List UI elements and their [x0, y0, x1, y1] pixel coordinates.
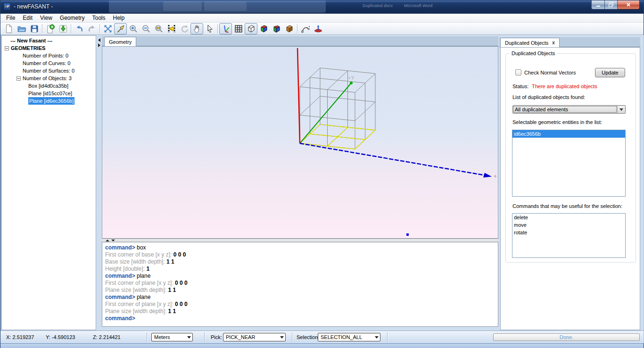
toolbar: [0, 23, 644, 35]
redo-button[interactable]: [85, 23, 98, 34]
duplicated-elements-dropdown[interactable]: All duplicated elements: [512, 105, 626, 114]
selection-dropdown[interactable]: SELECTION_ALL: [318, 333, 380, 341]
view-solid-rgb-button[interactable]: [257, 23, 270, 34]
view-solid-textured-button[interactable]: [283, 23, 296, 34]
splitter-up-icon[interactable]: [106, 240, 109, 241]
menu-edit[interactable]: Edit: [19, 14, 36, 22]
duplicated-list-label: List of duplicated objects found:: [512, 94, 585, 100]
entities-list[interactable]: id6ec3656b: [512, 130, 626, 197]
left-panel-splitter[interactable]: [97, 35, 102, 330]
axes-icon: [221, 24, 231, 33]
tab-duplicated-objects[interactable]: Duplicated Objects x: [500, 38, 560, 47]
menu-help[interactable]: Help: [109, 14, 129, 22]
viewport-canvas[interactable]: +Y +: [102, 47, 498, 238]
minimize-button[interactable]: [591, 0, 605, 9]
console-prompt-line: command>: [105, 315, 498, 322]
undo-icon: [74, 24, 84, 33]
check-normal-vectors-checkbox[interactable]: [515, 69, 521, 75]
console-line: First corner of plane [x y z]: 0 0 0: [105, 301, 498, 308]
expand-right-icon[interactable]: [98, 43, 100, 47]
new-geometry-icon: [46, 24, 55, 33]
dropdown-arrow-icon[interactable]: [186, 336, 192, 339]
new-geometry-button[interactable]: [44, 23, 57, 34]
menu-file[interactable]: File: [2, 14, 19, 22]
tree-item-points[interactable]: Number of Points: 0: [2, 52, 96, 59]
tab-geometry[interactable]: Geometry: [104, 37, 136, 46]
tree-item-curves[interactable]: Number of Curves: 0: [2, 59, 96, 67]
rotate-view-button[interactable]: [178, 23, 190, 34]
ghost-window-tab: [204, 1, 247, 11]
menu-bar: File Edit View Geometry Tools Help: [0, 14, 644, 23]
new-file-button[interactable]: [2, 23, 15, 34]
swap-visibility-icon: [167, 24, 176, 33]
tree-item-objects[interactable]: Number of Objects: 3: [2, 75, 96, 82]
curve-tool-button[interactable]: [299, 23, 312, 34]
console-line: Height [double]: 1: [105, 265, 498, 273]
window-title: - newFASANT -: [14, 3, 53, 10]
zoom-selected-button[interactable]: [114, 23, 127, 34]
view-grid-button[interactable]: [232, 23, 245, 34]
view-axes-button[interactable]: [219, 23, 232, 34]
collapse-icon[interactable]: [17, 76, 21, 81]
pick-dropdown[interactable]: PICK_NEAR: [223, 333, 286, 341]
command-list-item[interactable]: move: [512, 221, 625, 229]
dropdown-arrow-icon[interactable]: [373, 336, 380, 339]
swap-visibility-button[interactable]: [165, 23, 178, 34]
solid-cube-textured-icon: [285, 24, 294, 33]
command-list-item[interactable]: rotate: [512, 229, 625, 236]
ghost-window-tab: [163, 1, 202, 11]
tree-item-plane-1[interactable]: Plane [id15cc07ce]: [2, 90, 96, 97]
menu-view[interactable]: View: [36, 14, 56, 22]
tab-close-icon[interactable]: x: [552, 40, 555, 45]
menu-tools[interactable]: Tools: [89, 14, 109, 22]
console-line: command> box: [105, 244, 498, 251]
view-wireframe-button[interactable]: [245, 23, 257, 34]
tree-item-geometries[interactable]: GEOMETRIES: [2, 44, 96, 52]
grid-icon: [234, 24, 243, 33]
app-icon: nF: [3, 3, 11, 10]
normal-vectors-tool-button[interactable]: [312, 23, 324, 34]
status-value: There are duplicated objects: [532, 83, 597, 89]
zoom-window-icon: [154, 24, 164, 33]
console-line: First corner of base [x y z]: 0 0 0: [105, 251, 498, 258]
entity-list-item[interactable]: id6ec3656b: [512, 130, 625, 138]
command-console[interactable]: command> box First corner of base [x y z…: [102, 242, 498, 327]
collapse-icon[interactable]: [5, 46, 9, 50]
pan-button[interactable]: [190, 23, 203, 34]
console-splitter[interactable]: [102, 239, 498, 242]
restore-button[interactable]: [605, 0, 618, 9]
undo-button[interactable]: [73, 23, 85, 34]
dropdown-arrow-icon[interactable]: [617, 106, 625, 113]
entities-label: Selectable geometric entities in the lis…: [512, 119, 602, 125]
view-solid-rgb-2-button[interactable]: [270, 23, 283, 34]
tree-item-surfaces[interactable]: Number of Surfaces: 0: [2, 67, 96, 75]
zoom-in-button[interactable]: [127, 23, 140, 34]
close-button[interactable]: [618, 0, 640, 9]
select-pointer-button[interactable]: [203, 23, 216, 34]
normal-vectors-icon: [314, 24, 323, 33]
commands-list[interactable]: delete move rotate: [512, 213, 626, 258]
import-geometry-button[interactable]: [57, 23, 69, 34]
ghost-window-title: Duplicated docx: [363, 3, 393, 8]
menu-geometry[interactable]: Geometry: [56, 14, 89, 22]
tree-item-plane-2[interactable]: Plane [id6ec3656b]: [2, 97, 96, 105]
units-dropdown[interactable]: Meters: [151, 333, 193, 341]
open-button[interactable]: [15, 23, 28, 34]
pick-label: Pick:: [211, 334, 222, 340]
ghost-window-title: Microsoft Word: [404, 3, 432, 8]
save-button[interactable]: [28, 23, 41, 34]
collapse-left-icon[interactable]: [98, 38, 100, 42]
tree-item-box[interactable]: Box [id4d0ca35b]: [2, 82, 96, 90]
zoom-window-button[interactable]: [152, 23, 165, 34]
y-coordinate: Y: -4.590123: [46, 334, 75, 340]
command-list-item[interactable]: delete: [512, 214, 625, 221]
dropdown-arrow-icon[interactable]: [279, 336, 285, 339]
splitter-down-icon[interactable]: [111, 240, 115, 241]
title-bar: Duplicated docx Microsoft Word nF - newF…: [0, 0, 644, 14]
zoom-out-button[interactable]: [140, 23, 152, 34]
fit-view-button[interactable]: [101, 23, 114, 34]
update-button[interactable]: Update: [595, 68, 625, 77]
x-axis-arrowhead: [483, 173, 492, 178]
x-axis-tip-label: +: [494, 173, 497, 180]
console-line: Plane size [width depth]: 1 1: [105, 287, 498, 294]
